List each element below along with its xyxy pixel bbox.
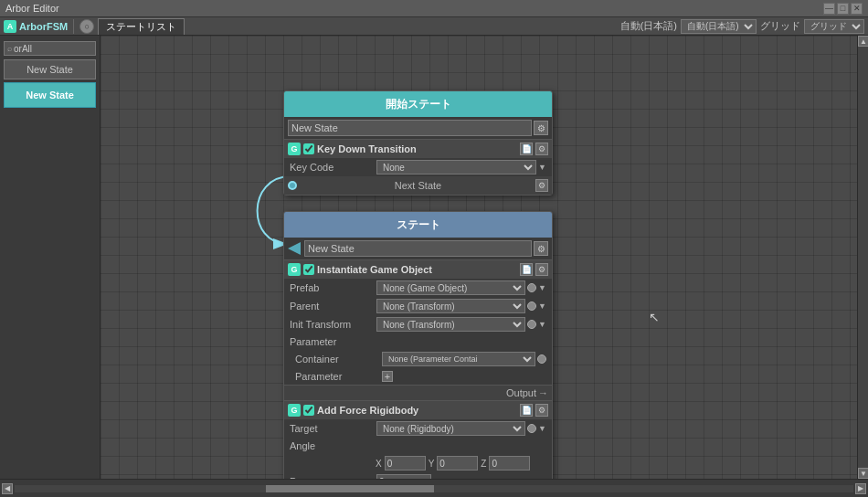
toolbar-separator (73, 19, 74, 34)
auto-select[interactable]: 自動(日本語) (681, 19, 757, 34)
output-row: Output → (284, 385, 552, 400)
h-scroll-thumb (266, 485, 434, 492)
init-transform-select[interactable]: None (Transform) (376, 317, 525, 332)
init-transform-dot[interactable] (527, 320, 536, 329)
parent-select[interactable]: None (Transform) (376, 299, 525, 313)
target-value: None (Rigidbody) ▼ (376, 421, 546, 436)
next-state-label: Next State (301, 180, 535, 191)
component-title: Key Down Transition (317, 143, 517, 154)
target-arrow-icon: ▼ (538, 424, 546, 433)
target-dot[interactable] (527, 424, 536, 433)
key-code-arrow-icon: ▼ (538, 163, 546, 172)
component-doc-button[interactable]: 📄 (520, 143, 533, 155)
container-dot[interactable] (537, 354, 546, 364)
state-title: ステート (397, 217, 440, 233)
init-transform-field-row: Init Transform None (Transform) ▼ (284, 315, 552, 333)
scroll-down-button[interactable]: ▼ (858, 468, 868, 479)
state-header: ステート (284, 212, 552, 238)
component-settings-button[interactable]: ⚙ (535, 143, 548, 155)
prefab-select[interactable]: None (Game Object) (376, 280, 525, 295)
state-name-row: ⚙ (284, 238, 552, 259)
target-label: Target (290, 423, 376, 434)
grid-select[interactable]: グリッド (804, 19, 864, 34)
angle-z-input[interactable] (489, 456, 530, 471)
scroll-track[interactable] (858, 47, 868, 468)
state-list-tab[interactable]: ステートリスト (98, 18, 185, 35)
add-force-component-title: Add Force Rigidbody (317, 405, 517, 416)
y-label: Y (429, 459, 435, 469)
toolbar-logo-text: ArborFSM (19, 21, 68, 32)
prefab-arrow-icon: ▼ (538, 283, 546, 292)
instantiate-settings-button[interactable]: ⚙ (535, 263, 548, 276)
angle-x-input[interactable] (385, 456, 426, 471)
container-label: Container (295, 354, 382, 365)
state-gear-button[interactable]: ⚙ (534, 241, 548, 256)
scroll-left-button[interactable]: ◀ (2, 483, 13, 494)
add-force-enabled-checkbox[interactable] (303, 405, 314, 416)
toolbar-circle-button[interactable]: ○ (79, 19, 94, 34)
add-force-doc-button[interactable]: 📄 (520, 404, 533, 417)
instantiate-enabled-checkbox[interactable] (303, 264, 314, 275)
state-name-input[interactable] (304, 240, 532, 257)
maximize-button[interactable]: □ (837, 3, 849, 15)
start-state-header: 開始ステート (284, 91, 552, 117)
state-node: ステート ⚙ G Instantiate Game Object 📄 ⚙ (283, 211, 553, 479)
next-state-dot[interactable] (288, 181, 297, 190)
next-state-row: Next State ⚙ (284, 176, 552, 195)
param-label: Parameter (295, 371, 382, 382)
parent-value: None (Transform) ▼ (376, 299, 546, 313)
key-down-transition-header: G Key Down Transition 📄 ⚙ (284, 140, 552, 158)
init-transform-arrow-icon: ▼ (538, 320, 546, 329)
output-arrow: → (538, 387, 548, 398)
sidebar-search[interactable]: ⌕ (4, 41, 96, 56)
key-code-select[interactable]: None (376, 160, 536, 174)
add-force-g-icon: G (288, 404, 301, 417)
add-force-settings-button[interactable]: ⚙ (535, 404, 548, 417)
sidebar: ⌕ New State New State (0, 36, 101, 479)
app-title: Arbor Editor (5, 3, 59, 14)
search-icon: ⌕ (7, 44, 12, 53)
instantiate-g-icon: G (288, 263, 301, 276)
parameter-section-label: Parameter (290, 336, 376, 347)
new-state-button[interactable]: New State (4, 59, 96, 79)
canvas-area[interactable]: 開始ステート ⚙ G Key Down Transition 📄 ⚙ Key C… (101, 36, 857, 479)
sidebar-item-new-state[interactable]: New State (4, 82, 96, 108)
instantiate-doc-button[interactable]: 📄 (520, 263, 533, 276)
target-field-row: Target None (Rigidbody) ▼ (284, 419, 552, 438)
key-code-label: Key Code (290, 162, 376, 173)
title-bar: Arbor Editor — □ ✕ (0, 0, 868, 17)
arbor-logo-icon: A (4, 20, 16, 33)
param-field-row: Parameter + (284, 368, 552, 385)
scroll-up-button[interactable]: ▲ (858, 36, 868, 47)
prefab-dot[interactable] (527, 283, 536, 292)
target-select[interactable]: None (Rigidbody) (376, 421, 525, 436)
parent-label: Parent (290, 301, 376, 312)
angle-y-input[interactable] (437, 456, 478, 471)
container-select[interactable]: None (Parameter Contai (382, 352, 535, 366)
scroll-right-button[interactable]: ▶ (855, 483, 866, 494)
main-layout: ⌕ New State New State 開始ステート ⚙ (0, 36, 868, 479)
parent-dot[interactable] (527, 301, 536, 311)
minimize-button[interactable]: — (823, 3, 835, 15)
instantiate-component-section: G Instantiate Game Object 📄 ⚙ Prefab Non… (284, 259, 552, 400)
start-state-gear-button[interactable]: ⚙ (534, 121, 548, 135)
param-plus-button[interactable]: + (382, 371, 393, 382)
h-scroll-track[interactable] (15, 485, 853, 492)
search-input[interactable] (14, 44, 78, 54)
prefab-label: Prefab (290, 282, 376, 293)
component-enabled-checkbox[interactable] (303, 143, 314, 154)
parent-field-row: Parent None (Transform) ▼ (284, 297, 552, 315)
power-input[interactable] (376, 474, 431, 479)
right-scrollbar: ▲ ▼ (857, 36, 868, 479)
start-state-name-input[interactable] (288, 120, 532, 136)
bottom-scrollbar: ◀ ▶ (0, 479, 868, 497)
container-value: None (Parameter Contai (382, 352, 546, 366)
entry-arrow-indicator (288, 242, 301, 255)
param-value: + (382, 371, 546, 382)
power-field-row: Power (284, 472, 552, 479)
next-state-gear-button[interactable]: ⚙ (535, 179, 548, 192)
toolbar: A ArborFSM ○ ステートリスト 自動(日本語) 自動(日本語) グリッ… (0, 17, 868, 36)
close-button[interactable]: ✕ (851, 3, 863, 15)
parameter-label-row: Parameter (284, 333, 552, 350)
output-label: Output (506, 387, 536, 398)
